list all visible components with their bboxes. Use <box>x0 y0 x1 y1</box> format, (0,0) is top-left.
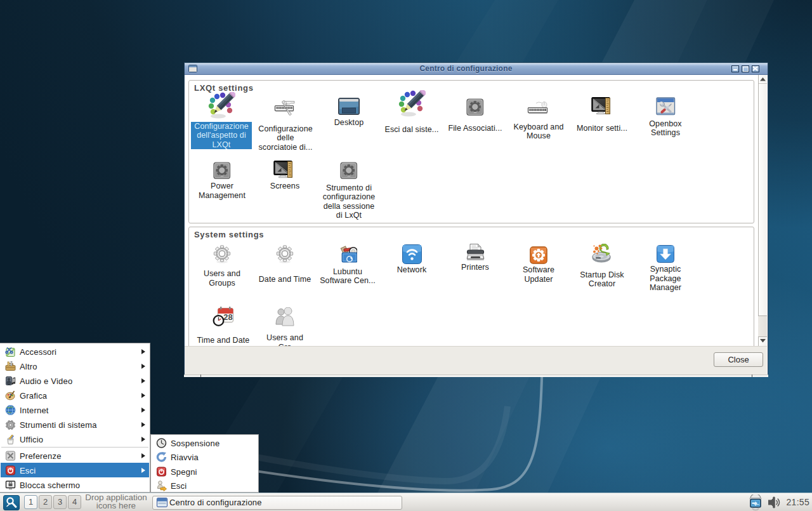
svg-text:28: 28 <box>223 312 232 322</box>
